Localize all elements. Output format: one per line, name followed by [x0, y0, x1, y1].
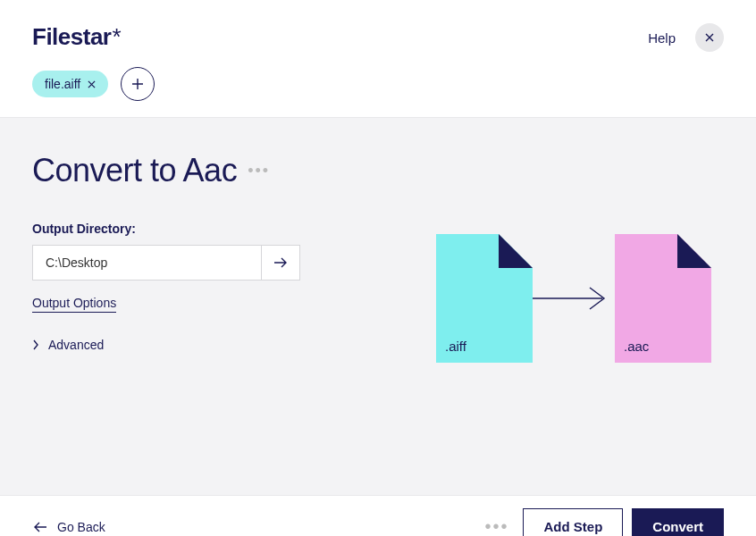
content-row: Output Directory: Output Options Advance… — [32, 222, 724, 363]
close-button[interactable] — [695, 23, 724, 52]
target-file-icon: .aac — [615, 234, 711, 363]
more-icon[interactable]: ••• — [484, 516, 508, 536]
arrow-right-icon — [273, 256, 289, 269]
arrow-right-icon — [525, 285, 611, 312]
file-row: file.aiff — [32, 67, 155, 101]
footer: Go Back ••• Add Step Convert — [0, 495, 756, 536]
add-step-button[interactable]: Add Step — [523, 508, 623, 536]
go-back-label: Go Back — [57, 520, 105, 534]
close-icon — [705, 33, 714, 42]
convert-button[interactable]: Convert — [632, 508, 724, 536]
header-left: Filestar* file.aiff — [32, 23, 155, 101]
footer-right: ••• Add Step Convert — [484, 508, 724, 536]
help-link[interactable]: Help — [648, 30, 676, 46]
go-back-button[interactable]: Go Back — [32, 520, 105, 534]
conversion-illustration: .aiff .aac — [436, 234, 711, 363]
arrow-left-icon — [32, 521, 48, 533]
file-chip-label: file.aiff — [45, 77, 80, 91]
chevron-right-icon — [32, 339, 39, 350]
source-ext-label: .aiff — [445, 339, 466, 354]
plus-icon — [131, 78, 144, 90]
main-content: Convert to Aac ••• Output Directory: Out… — [0, 118, 756, 495]
page-title: Convert to Aac — [32, 152, 237, 189]
header: Filestar* file.aiff Help — [0, 0, 756, 118]
logo-text: Filestar — [32, 23, 112, 50]
output-dir-label: Output Directory: — [32, 222, 300, 236]
settings-column: Output Directory: Output Options Advance… — [32, 222, 300, 363]
add-file-button[interactable] — [121, 67, 155, 101]
target-ext-label: .aac — [624, 339, 649, 354]
close-icon[interactable] — [88, 80, 96, 88]
header-right: Help — [648, 23, 724, 52]
logo: Filestar* — [32, 23, 155, 51]
output-dir-group — [32, 245, 300, 281]
advanced-toggle[interactable]: Advanced — [32, 338, 300, 352]
file-chip[interactable]: file.aiff — [32, 71, 108, 97]
source-file-icon: .aiff — [436, 234, 533, 363]
advanced-label: Advanced — [48, 338, 104, 352]
more-icon[interactable]: ••• — [248, 162, 270, 180]
output-dir-input[interactable] — [32, 245, 261, 281]
title-row: Convert to Aac ••• — [32, 152, 724, 189]
output-options-link[interactable]: Output Options — [32, 296, 116, 313]
logo-star: * — [113, 23, 122, 50]
browse-button[interactable] — [261, 245, 300, 281]
